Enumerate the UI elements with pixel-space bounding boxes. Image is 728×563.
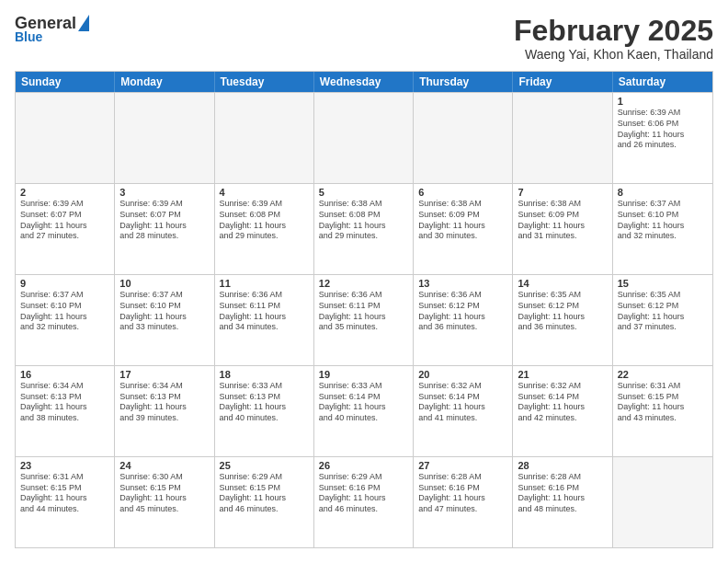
calendar-row: 16Sunrise: 6:34 AM Sunset: 6:13 PM Dayli…: [16, 365, 712, 456]
day-number: 11: [220, 278, 309, 289]
day-number: 12: [319, 278, 408, 289]
day-number: 1: [618, 96, 708, 107]
calendar-row: 1Sunrise: 6:39 AM Sunset: 6:06 PM Daylig…: [16, 92, 712, 183]
calendar-cell: 6Sunrise: 6:38 AM Sunset: 6:09 PM Daylig…: [414, 184, 513, 274]
day-number: 24: [119, 460, 209, 471]
day-info: Sunrise: 6:29 AM Sunset: 6:16 PM Dayligh…: [319, 472, 408, 515]
calendar-cell: 17Sunrise: 6:34 AM Sunset: 6:13 PM Dayli…: [115, 366, 214, 456]
day-number: 21: [518, 369, 607, 380]
day-info: Sunrise: 6:39 AM Sunset: 6:07 PM Dayligh…: [20, 199, 109, 242]
day-number: 9: [20, 278, 109, 289]
day-number: 25: [220, 460, 309, 471]
day-number: 15: [618, 278, 708, 289]
calendar-cell: 15Sunrise: 6:35 AM Sunset: 6:12 PM Dayli…: [613, 275, 712, 365]
weekday-header: Wednesday: [314, 72, 414, 92]
calendar-cell: 24Sunrise: 6:30 AM Sunset: 6:15 PM Dayli…: [115, 457, 214, 547]
day-number: 5: [319, 187, 408, 198]
calendar-cell: 9Sunrise: 6:37 AM Sunset: 6:10 PM Daylig…: [16, 275, 115, 365]
day-number: 8: [618, 187, 708, 198]
weekday-header: Monday: [115, 72, 214, 92]
day-info: Sunrise: 6:31 AM Sunset: 6:15 PM Dayligh…: [618, 381, 708, 424]
day-number: 4: [220, 187, 309, 198]
calendar-cell: 5Sunrise: 6:38 AM Sunset: 6:08 PM Daylig…: [314, 184, 414, 274]
logo-triangle-icon: [78, 15, 89, 31]
day-number: 7: [518, 187, 607, 198]
calendar-cell: 14Sunrise: 6:35 AM Sunset: 6:12 PM Dayli…: [513, 275, 612, 365]
day-info: Sunrise: 6:34 AM Sunset: 6:13 PM Dayligh…: [20, 381, 109, 424]
calendar-cell: 22Sunrise: 6:31 AM Sunset: 6:15 PM Dayli…: [613, 366, 712, 456]
month-title: February 2025: [514, 15, 713, 47]
day-info: Sunrise: 6:38 AM Sunset: 6:08 PM Dayligh…: [319, 199, 408, 242]
calendar-cell: [513, 93, 612, 183]
calendar-cell: 4Sunrise: 6:39 AM Sunset: 6:08 PM Daylig…: [215, 184, 314, 274]
day-number: 26: [319, 460, 408, 471]
day-number: 10: [119, 278, 209, 289]
day-number: 28: [518, 460, 607, 471]
calendar-cell: 16Sunrise: 6:34 AM Sunset: 6:13 PM Dayli…: [16, 366, 115, 456]
calendar-cell: [314, 93, 414, 183]
calendar-cell: 18Sunrise: 6:33 AM Sunset: 6:13 PM Dayli…: [215, 366, 314, 456]
day-info: Sunrise: 6:33 AM Sunset: 6:14 PM Dayligh…: [319, 381, 408, 424]
weekday-header: Tuesday: [215, 72, 314, 92]
weekday-header: Friday: [513, 72, 612, 92]
day-info: Sunrise: 6:39 AM Sunset: 6:08 PM Dayligh…: [220, 199, 309, 242]
day-number: 14: [518, 278, 607, 289]
calendar: SundayMondayTuesdayWednesdayThursdayFrid…: [15, 71, 713, 548]
weekday-header: Thursday: [414, 72, 513, 92]
day-info: Sunrise: 6:37 AM Sunset: 6:10 PM Dayligh…: [119, 290, 209, 333]
day-info: Sunrise: 6:39 AM Sunset: 6:06 PM Dayligh…: [618, 108, 708, 151]
day-number: 19: [319, 369, 408, 380]
logo-blue: Blue: [15, 29, 42, 44]
weekday-header: Sunday: [16, 72, 115, 92]
title-block: February 2025 Waeng Yai, Khon Kaen, Thai…: [514, 15, 713, 62]
day-info: Sunrise: 6:28 AM Sunset: 6:16 PM Dayligh…: [418, 472, 507, 515]
calendar-row: 9Sunrise: 6:37 AM Sunset: 6:10 PM Daylig…: [16, 274, 712, 365]
day-number: 20: [418, 369, 507, 380]
day-info: Sunrise: 6:32 AM Sunset: 6:14 PM Dayligh…: [518, 381, 607, 424]
calendar-cell: 12Sunrise: 6:36 AM Sunset: 6:11 PM Dayli…: [314, 275, 414, 365]
calendar-cell: [215, 93, 314, 183]
calendar-body: 1Sunrise: 6:39 AM Sunset: 6:06 PM Daylig…: [16, 92, 712, 547]
calendar-cell: 26Sunrise: 6:29 AM Sunset: 6:16 PM Dayli…: [314, 457, 414, 547]
calendar-cell: 8Sunrise: 6:37 AM Sunset: 6:10 PM Daylig…: [613, 184, 712, 274]
weekday-header: Saturday: [613, 72, 712, 92]
header: General Blue February 2025 Waeng Yai, Kh…: [15, 15, 713, 62]
day-info: Sunrise: 6:36 AM Sunset: 6:11 PM Dayligh…: [319, 290, 408, 333]
day-number: 22: [618, 369, 708, 380]
day-number: 2: [20, 187, 109, 198]
calendar-cell: 25Sunrise: 6:29 AM Sunset: 6:15 PM Dayli…: [215, 457, 314, 547]
day-info: Sunrise: 6:33 AM Sunset: 6:13 PM Dayligh…: [220, 381, 309, 424]
calendar-cell: 27Sunrise: 6:28 AM Sunset: 6:16 PM Dayli…: [414, 457, 513, 547]
calendar-cell: 23Sunrise: 6:31 AM Sunset: 6:15 PM Dayli…: [16, 457, 115, 547]
calendar-row: 23Sunrise: 6:31 AM Sunset: 6:15 PM Dayli…: [16, 456, 712, 547]
day-info: Sunrise: 6:29 AM Sunset: 6:15 PM Dayligh…: [220, 472, 309, 515]
day-number: 23: [20, 460, 109, 471]
day-info: Sunrise: 6:30 AM Sunset: 6:15 PM Dayligh…: [119, 472, 209, 515]
day-number: 13: [418, 278, 507, 289]
day-number: 17: [119, 369, 209, 380]
calendar-row: 2Sunrise: 6:39 AM Sunset: 6:07 PM Daylig…: [16, 183, 712, 274]
day-info: Sunrise: 6:32 AM Sunset: 6:14 PM Dayligh…: [418, 381, 507, 424]
calendar-cell: 10Sunrise: 6:37 AM Sunset: 6:10 PM Dayli…: [115, 275, 214, 365]
day-info: Sunrise: 6:39 AM Sunset: 6:07 PM Dayligh…: [119, 199, 209, 242]
day-number: 6: [418, 187, 507, 198]
calendar-cell: 13Sunrise: 6:36 AM Sunset: 6:12 PM Dayli…: [414, 275, 513, 365]
day-info: Sunrise: 6:28 AM Sunset: 6:16 PM Dayligh…: [518, 472, 607, 515]
calendar-cell: 28Sunrise: 6:28 AM Sunset: 6:16 PM Dayli…: [513, 457, 612, 547]
day-info: Sunrise: 6:37 AM Sunset: 6:10 PM Dayligh…: [20, 290, 109, 333]
day-info: Sunrise: 6:38 AM Sunset: 6:09 PM Dayligh…: [418, 199, 507, 242]
calendar-cell: [414, 93, 513, 183]
page: General Blue February 2025 Waeng Yai, Kh…: [0, 0, 728, 563]
day-info: Sunrise: 6:35 AM Sunset: 6:12 PM Dayligh…: [618, 290, 708, 333]
calendar-header: SundayMondayTuesdayWednesdayThursdayFrid…: [16, 72, 712, 92]
calendar-cell: 11Sunrise: 6:36 AM Sunset: 6:11 PM Dayli…: [215, 275, 314, 365]
calendar-cell: 1Sunrise: 6:39 AM Sunset: 6:06 PM Daylig…: [613, 93, 712, 183]
day-number: 3: [119, 187, 209, 198]
day-info: Sunrise: 6:36 AM Sunset: 6:11 PM Dayligh…: [220, 290, 309, 333]
day-number: 16: [20, 369, 109, 380]
location-title: Waeng Yai, Khon Kaen, Thailand: [514, 47, 713, 62]
day-info: Sunrise: 6:34 AM Sunset: 6:13 PM Dayligh…: [119, 381, 209, 424]
day-info: Sunrise: 6:31 AM Sunset: 6:15 PM Dayligh…: [20, 472, 109, 515]
calendar-cell: 19Sunrise: 6:33 AM Sunset: 6:14 PM Dayli…: [314, 366, 414, 456]
day-info: Sunrise: 6:36 AM Sunset: 6:12 PM Dayligh…: [418, 290, 507, 333]
